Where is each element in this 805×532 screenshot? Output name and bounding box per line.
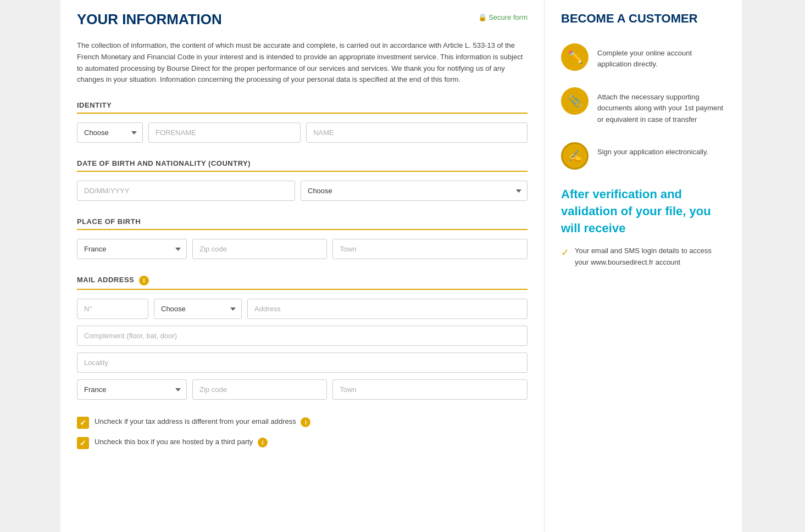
tax-address-label: Uncheck if your tax address is different… [95, 416, 310, 427]
dob-section-title: DATE OF BIRTH AND NATIONALITY (COUNTRY) [77, 159, 528, 172]
mail-section-title: MAIL ADDRESS i [77, 276, 528, 290]
nationality-select[interactable]: Choose France Germany United Kingdom Oth… [301, 181, 528, 201]
become-customer-title: BECOME A CUSTOMER [561, 11, 725, 27]
mail-address-row1: Choose Rue Avenue Boulevard Allée Impass… [77, 299, 528, 319]
step-3-icon: ✍️ [561, 142, 589, 170]
page-title: YOUR INFORMATION [77, 11, 222, 28]
complement-input[interactable] [77, 326, 528, 346]
tax-info-icon[interactable]: i [301, 417, 310, 427]
mail-address-row4: France Germany United Kingdom Other [77, 379, 528, 400]
mail-info-icon[interactable]: i [139, 276, 149, 285]
identity-row: Choose Mr Mrs Ms [77, 122, 528, 143]
name-input[interactable] [306, 122, 528, 143]
secure-form-label: 🔒 Secure form [478, 13, 528, 21]
step-1-icon: ✏️ [561, 43, 589, 71]
hosted-checkmark-icon: ✓ [80, 439, 86, 447]
step-2-text: Attach the necessary supporting document… [597, 87, 725, 126]
info-paragraph: The collection of information, the conte… [77, 40, 528, 86]
hosted-checkbox-row: ✓ Uncheck this box if you are hosted by … [77, 436, 528, 449]
identity-section: IDENTITY Choose Mr Mrs Ms [77, 101, 528, 143]
hosted-checkbox[interactable]: ✓ [77, 437, 89, 449]
after-title: After verification and validation of you… [561, 186, 725, 237]
lock-icon: 🔒 [478, 13, 487, 21]
hosted-info-icon[interactable]: i [258, 438, 268, 447]
step-3-text: Sign your application electronically. [597, 142, 708, 158]
title-select[interactable]: Choose Mr Mrs Ms [77, 122, 143, 143]
step-2-icon: 📎 [561, 87, 589, 115]
address-input[interactable] [247, 299, 528, 319]
step-1: ✏️ Complete your online account applicat… [561, 43, 725, 71]
dob-nationality-row: Choose France Germany United Kingdom Oth… [77, 181, 528, 201]
check-icon: ✓ [561, 247, 569, 259]
mail-address-row2 [77, 326, 528, 346]
mail-zip-input[interactable] [192, 379, 327, 400]
step-3: ✍️ Sign your application electronically. [561, 142, 725, 170]
locality-input[interactable] [77, 352, 528, 373]
mail-address-section: MAIL ADDRESS i Choose Rue Avenue Bouleva… [77, 276, 528, 400]
step-1-text: Complete your online account application… [597, 43, 725, 71]
mail-town-input[interactable] [332, 379, 528, 400]
right-panel: BECOME A CUSTOMER ✏️ Complete your onlin… [544, 0, 742, 532]
hosted-label: Uncheck this box if you are hosted by a … [95, 436, 268, 447]
street-type-select[interactable]: Choose Rue Avenue Boulevard Allée Impass… [154, 299, 242, 319]
after-item-1: ✓ Your email and SMS login details to ac… [561, 245, 725, 268]
num-input[interactable] [77, 299, 148, 319]
identity-section-title: IDENTITY [77, 101, 528, 114]
tax-address-checkbox[interactable]: ✓ [77, 417, 89, 429]
tax-address-checkbox-row: ✓ Uncheck if your tax address is differe… [77, 416, 528, 429]
mail-address-row3 [77, 352, 528, 373]
steps-container: ✏️ Complete your online account applicat… [561, 43, 725, 170]
place-of-birth-row: France Germany United Kingdom Other [77, 239, 528, 259]
place-of-birth-title: PLACE OF BIRTH [77, 217, 528, 230]
dob-input[interactable] [77, 181, 295, 201]
birth-country-select[interactable]: France Germany United Kingdom Other [77, 239, 187, 259]
after-section: After verification and validation of you… [561, 186, 725, 268]
mail-country-select[interactable]: France Germany United Kingdom Other [77, 379, 187, 400]
tax-checkmark-icon: ✓ [80, 418, 86, 427]
birth-zip-input[interactable] [192, 239, 327, 259]
after-item-1-text: Your email and SMS login details to acce… [575, 245, 725, 268]
place-of-birth-section: PLACE OF BIRTH France Germany United Kin… [77, 217, 528, 259]
step-2: 📎 Attach the necessary supporting docume… [561, 87, 725, 126]
birth-town-input[interactable] [332, 239, 528, 259]
forename-input[interactable] [148, 122, 301, 143]
dob-nationality-section: DATE OF BIRTH AND NATIONALITY (COUNTRY) … [77, 159, 528, 201]
main-form-panel: YOUR INFORMATION 🔒 Secure form The colle… [60, 0, 544, 532]
